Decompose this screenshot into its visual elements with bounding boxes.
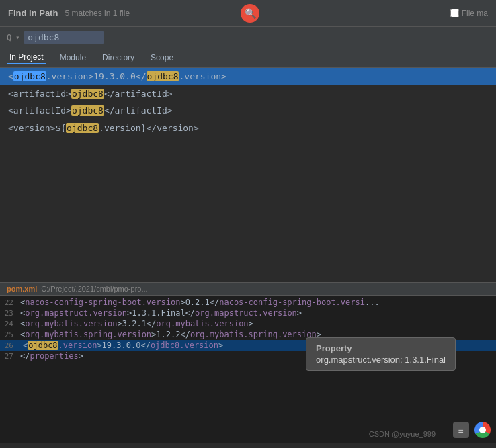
chrome-icon[interactable] [474, 422, 491, 438]
line-content: <org.mapstruct.version>1.3.1.Final</org.… [20, 308, 302, 318]
bottom-code-area: pom.xml C:/Preject/.2021/cmbi/pmo-pro...… [0, 282, 496, 443]
result-row[interactable]: <artifactId>ojdbc8</artifactId> [0, 102, 496, 120]
tab-scope[interactable]: Scope [148, 52, 176, 64]
result-row[interactable]: <version>${ojdbc8.version}</version> [0, 120, 496, 137]
search-input[interactable] [24, 31, 104, 44]
file-name: pom.xml [7, 285, 37, 293]
line-content: <nacos-config-spring-boot.version>0.2.1<… [20, 298, 380, 307]
line-number: 25 [0, 330, 20, 339]
line-content: <org.mybatis.spring.version>1.2.2</org.m… [20, 330, 321, 339]
code-line-22: 22 <nacos-config-spring-boot.version>0.2… [0, 297, 496, 308]
result-text: <artifactId>ojdbc8</artifactId> [8, 105, 173, 116]
line-content: <org.mybatis.version>3.2.1</org.mybatis.… [20, 319, 253, 328]
line-number: 23 [0, 309, 20, 318]
find-in-path-title: Find in Path [8, 8, 58, 18]
code-line-23: 23 <org.mapstruct.version>1.3.1.Final</o… [0, 308, 496, 318]
watermark: CSDN @yuyue_999 [369, 430, 436, 438]
tabs-area: In Project Module Directory Scope [0, 48, 496, 68]
tooltip: Property org.mapstruct.version: 1.3.1.Fi… [306, 337, 456, 371]
search-area: Q ▾ [0, 27, 496, 48]
bottom-icons: ≡ [453, 422, 491, 438]
top-bar-right: File ma [450, 9, 488, 18]
match-count: 5 matches in 1 file [65, 9, 130, 18]
result-row[interactable]: <ojdbc8.version>19.3.0.0</ojdbc8.version… [0, 68, 496, 85]
top-bar-left: Find in Path 5 matches in 1 file [8, 8, 130, 18]
tooltip-title: Property [316, 343, 446, 353]
tab-in-project[interactable]: In Project [7, 51, 46, 64]
tab-module[interactable]: Module [57, 52, 89, 64]
search-icon-circle: 🔍 [241, 4, 259, 23]
line-number: 26 [0, 341, 20, 350]
file-bar: pom.xml C:/Preject/.2021/cmbi/pmo-pro... [0, 283, 496, 296]
results-area: <ojdbc8.version>19.3.0.0</ojdbc8.version… [0, 68, 496, 282]
file-mask-checkbox[interactable] [450, 9, 459, 17]
line-number: 22 [0, 298, 20, 307]
line-number: 27 [0, 352, 20, 361]
file-mask-checkbox-area[interactable]: File ma [450, 9, 488, 18]
tooltip-value: org.mapstruct.version: 1.3.1.Final [316, 355, 446, 365]
align-icon[interactable]: ≡ [453, 422, 469, 438]
search-icon: 🔍 [245, 8, 256, 19]
line-content: </properties> [20, 351, 83, 361]
line-number: 24 [0, 320, 20, 328]
result-text: <ojdbc8.version>19.3.0.0</ojdbc8.version… [8, 71, 226, 81]
file-mask-label: File ma [462, 9, 488, 18]
tab-directory[interactable]: Directory [99, 52, 137, 64]
search-dropdown-icon: ▾ [15, 34, 19, 41]
result-text: <artifactId>ojdbc8</artifactId> [8, 89, 173, 99]
search-label-icon: Q [7, 33, 11, 42]
file-path: C:/Preject/.2021/cmbi/pmo-pro... [41, 285, 147, 293]
result-text: <version>${ojdbc8.version}</version> [8, 123, 199, 133]
result-row[interactable]: <artifactId>ojdbc8</artifactId> [0, 85, 496, 103]
code-line-24: 24 <org.mybatis.version>3.2.1</org.mybat… [0, 318, 496, 329]
